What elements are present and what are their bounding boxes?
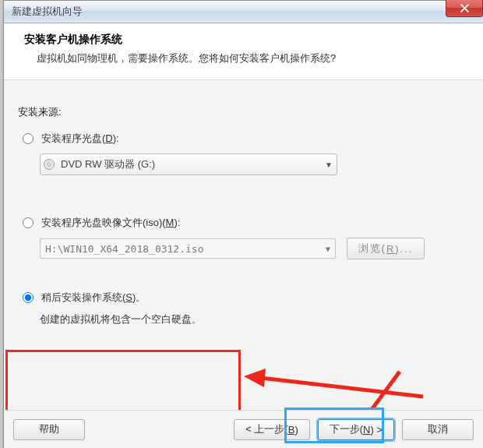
option-iso-radio[interactable] <box>23 217 33 228</box>
back-button[interactable]: < 上一步(B) <box>234 419 310 440</box>
header-title: 安装客户机操作系统 <box>24 33 469 47</box>
wizard-footer: 帮助 < 上一步(B) 下一步(N) > 取消 <box>4 410 483 448</box>
iso-path-value: H:\WIN10_X64_2018_0312.iso <box>45 243 204 255</box>
title-bar: 新建虚拟机向导 <box>4 1 483 23</box>
option-iso-label: 安装程序光盘映像文件(iso)(M): <box>41 216 180 230</box>
next-button[interactable]: 下一步(N) > <box>318 419 394 440</box>
close-button[interactable] <box>446 0 483 17</box>
disc-combo-wrap: DVD RW 驱动器 (G:) ▼ <box>40 153 471 175</box>
option-disc-row: 安装程序光盘(D): <box>23 132 471 146</box>
option-later-row: 稍后安装操作系统(S)。 <box>23 291 471 305</box>
annotation-arrow-1 <box>238 362 440 409</box>
browse-button[interactable]: 浏览(R)... <box>347 238 425 259</box>
wizard-header: 安装客户机操作系统 虚拟机如同物理机，需要操作系统。您将如何安装客户机操作系统? <box>4 23 483 80</box>
close-icon <box>460 4 469 12</box>
iso-row: H:\WIN10_X64_2018_0312.iso ▼ 浏览(R)... <box>40 238 471 259</box>
option-iso-row: 安装程序光盘映像文件(iso)(M): <box>23 216 471 230</box>
svg-line-2 <box>261 378 423 397</box>
option-later-label: 稍后安装操作系统(S)。 <box>41 291 146 305</box>
window-title: 新建虚拟机向导 <box>4 5 83 19</box>
option-disc-radio[interactable] <box>23 133 33 144</box>
option-later-desc: 创建的虚拟机将包含一个空白硬盘。 <box>40 312 471 326</box>
svg-marker-3 <box>244 369 266 387</box>
cancel-button[interactable]: 取消 <box>402 419 474 440</box>
disc-icon <box>41 158 58 171</box>
disc-drive-combo[interactable]: DVD RW 驱动器 (G:) ▼ <box>40 153 337 175</box>
chevron-down-icon: ▼ <box>326 245 330 253</box>
annotation-highlight-rect <box>5 350 241 414</box>
disc-drive-value: DVD RW 驱动器 (G:) <box>58 157 321 171</box>
iso-path-field[interactable]: H:\WIN10_X64_2018_0312.iso ▼ <box>40 238 336 259</box>
header-subtitle: 虚拟机如同物理机，需要操作系统。您将如何安装客户机操作系统? <box>24 51 469 65</box>
wizard-window: 新建虚拟机向导 安装客户机操作系统 虚拟机如同物理机，需要操作系统。您将如何安装… <box>3 0 483 448</box>
source-label: 安装来源: <box>18 105 471 119</box>
svg-point-1 <box>48 163 51 166</box>
option-later-radio[interactable] <box>23 292 33 303</box>
wizard-body: 安装来源: 安装程序光盘(D): DVD RW 驱动器 (G:) ▼ <box>4 80 483 414</box>
help-button[interactable]: 帮助 <box>13 419 85 440</box>
chevron-down-icon: ▼ <box>321 161 337 169</box>
option-disc-label: 安装程序光盘(D): <box>41 132 119 146</box>
